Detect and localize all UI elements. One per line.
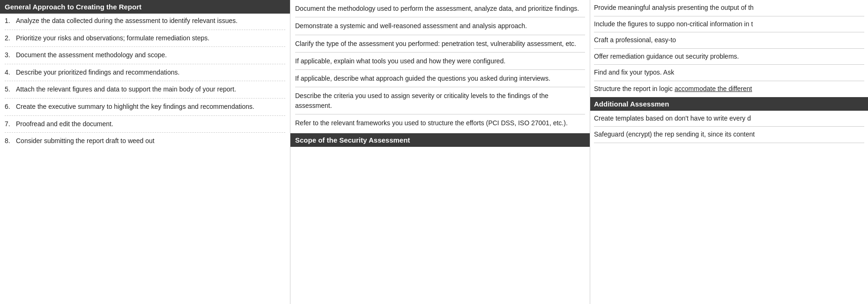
column3-sub-items: Create templates based on don't have to … [590, 111, 868, 143]
col3-item: Craft a professional, easy-to [594, 32, 864, 49]
col3-item: Provide meaningful analysis presenting t… [594, 0, 864, 16]
item-number: 5. [5, 85, 16, 94]
list-item: 6.Create the executive summary to highli… [5, 102, 285, 116]
item-text: Proofread and edit the document. [16, 120, 285, 129]
bullet-item: Clarify the type of the assessment you p… [295, 35, 585, 53]
column3-items: Provide meaningful analysis presenting t… [590, 0, 868, 97]
item-number: 8. [5, 137, 16, 146]
item-number: 7. [5, 120, 16, 129]
item-text: Analyze the data collected during the as… [16, 16, 285, 26]
item-text: Consider submitting the report draft to … [16, 137, 285, 146]
col3-item: Find and fix your typos. Ask [594, 65, 864, 81]
list-item: 2.Prioritize your risks and observations… [5, 34, 285, 47]
numbered-list: 1.Analyze the data collected during the … [0, 16, 290, 150]
bullet-item: If applicable, describe what approach gu… [295, 70, 585, 87]
col3-item: Offer remediation guidance out security … [594, 49, 864, 65]
list-item: 5.Attach the relevant figures and data t… [5, 85, 285, 99]
column-2: Document the methodology used to perform… [290, 0, 590, 304]
item-text: Prioritize your risks and observations; … [16, 34, 285, 43]
bullet-item: Document the methodology used to perform… [295, 0, 585, 17]
list-item: 4.Describe your prioritized findings and… [5, 68, 285, 82]
bullet-item: Describe the criteria you used to assign… [295, 87, 585, 114]
list-item: 8.Consider submitting the report draft t… [5, 137, 285, 150]
column2-items: Document the methodology used to perform… [290, 0, 590, 131]
column1-heading: General Approach to Creating the Report [0, 0, 290, 14]
item-number: 2. [5, 34, 16, 43]
col3-sub-item: Safeguard (encrypt) the rep sending it, … [594, 127, 864, 143]
item-number: 3. [5, 51, 16, 60]
item-text: Create the executive summary to highligh… [16, 102, 285, 112]
list-item: 7.Proofread and edit the document. [5, 120, 285, 133]
col3-item: Include the figures to suppo non-critica… [594, 16, 864, 33]
item-number: 1. [5, 16, 16, 26]
col3-sub-item: Create templates based on don't have to … [594, 111, 864, 127]
col3-item: Structure the report in logic accommodat… [594, 81, 864, 97]
bullet-item: If applicable, explain what tools you us… [295, 53, 585, 70]
column2-section2-heading: Scope of the Security Assessment [290, 133, 590, 147]
item-text: Describe your prioritized findings and r… [16, 68, 285, 77]
list-item: 3.Document the assessment methodology an… [5, 51, 285, 64]
bullet-item: Demonstrate a systemic and well-reasoned… [295, 17, 585, 35]
column3-section2-heading: Additional Assessmen [590, 97, 868, 111]
item-number: 6. [5, 102, 16, 112]
list-item: 1.Analyze the data collected during the … [5, 16, 285, 30]
item-number: 4. [5, 68, 16, 77]
item-text: Attach the relevant figures and data to … [16, 85, 285, 94]
item-text: Document the assessment methodology and … [16, 51, 285, 60]
bullet-item: Refer to the relevant frameworks you use… [295, 114, 585, 131]
page-container: General Approach to Creating the Report … [0, 0, 868, 304]
column-3: Provide meaningful analysis presenting t… [590, 0, 868, 304]
column-1: General Approach to Creating the Report … [0, 0, 290, 304]
